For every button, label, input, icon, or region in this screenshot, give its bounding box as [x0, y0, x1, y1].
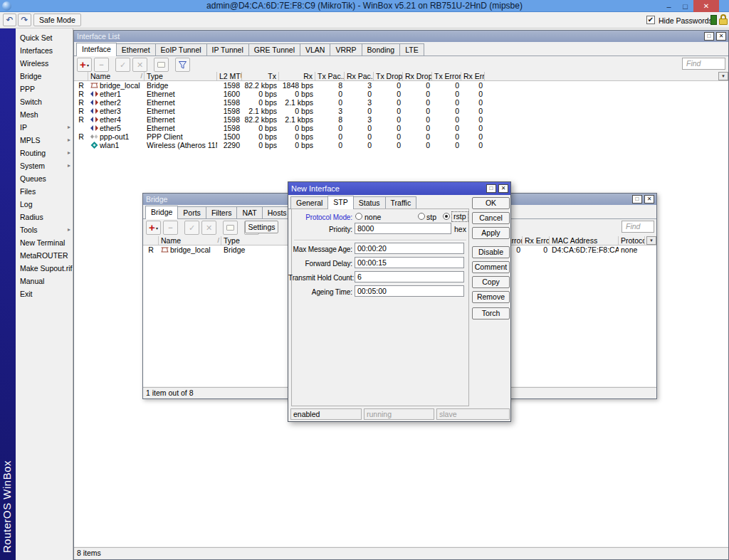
- hide-passwords-checkbox[interactable]: ✔: [646, 16, 655, 24]
- column-header-type[interactable]: Type: [145, 72, 217, 80]
- column-header-rx[interactable]: Rx: [279, 72, 315, 80]
- column-header-rx-pac[interactable]: Rx Pac...: [345, 72, 374, 80]
- interface-list-tab-interface[interactable]: Interface: [76, 43, 117, 56]
- interface-row-bridge-local[interactable]: Rbridge_localBridge159882.2 kbps1848 bps…: [74, 81, 728, 90]
- bridge-tab-filters[interactable]: Filters: [206, 206, 238, 218]
- interface-list-tab-eoip-tunnel[interactable]: EoIP Tunnel: [155, 43, 207, 56]
- sidebar-item-new-terminal[interactable]: New Terminal: [16, 236, 73, 249]
- bridge-restore-button[interactable]: □: [632, 195, 642, 204]
- interface-row-wlan1[interactable]: wlan1Wireless (Atheros 11N)22900 bps0 bp…: [74, 141, 728, 149]
- column-header-rx-errors[interactable]: Rx Errors: [523, 236, 550, 245]
- column-header-protoco[interactable]: Protoco...: [619, 236, 645, 245]
- dialog-restore-button[interactable]: □: [486, 184, 496, 193]
- redo-button[interactable]: ↷: [18, 14, 31, 26]
- column-header-tx-pac[interactable]: Tx Pac...: [315, 72, 345, 80]
- interface-list-find-input[interactable]: Find: [682, 58, 725, 70]
- interface-list-titlebar[interactable]: Interface List □ ✕: [74, 31, 728, 42]
- interface-row-ppp-out1[interactable]: Rppp-out1PPP Client15000 bps0 bps000000: [74, 132, 728, 141]
- interface-list-tab-lte[interactable]: LTE: [399, 43, 424, 56]
- interface-list-close-button[interactable]: ✕: [716, 32, 726, 41]
- interface-list-tab-ip-tunnel[interactable]: IP Tunnel: [206, 43, 249, 56]
- column-header-name[interactable]: Name/: [88, 72, 145, 80]
- new-interface-tab-status[interactable]: Status: [353, 196, 386, 208]
- bridge-add-button[interactable]: +▾: [146, 221, 161, 235]
- bridge-settings-button[interactable]: Settings: [245, 221, 278, 233]
- cancel-button[interactable]: Cancel: [472, 212, 510, 224]
- sidebar-item-make-supout-rif[interactable]: Make Supout.rif: [16, 262, 73, 275]
- sidebar-item-ip[interactable]: IP▸: [16, 121, 73, 134]
- interface-list-tab-bonding[interactable]: Bonding: [362, 43, 401, 56]
- interface-list-disable-button[interactable]: ✕: [132, 58, 147, 72]
- sidebar-item-wireless[interactable]: Wireless: [16, 57, 73, 70]
- disable-button[interactable]: Disable: [472, 246, 510, 258]
- interface-list-comment-button[interactable]: [154, 58, 169, 72]
- column-header-tx-drops[interactable]: Tx Drops: [374, 72, 403, 80]
- ageing-time-input[interactable]: 00:05:00: [355, 285, 464, 297]
- interface-row-ether3[interactable]: Rether3Ethernet15982.1 kbps0 bps300000: [74, 107, 728, 115]
- bridge-tab-nat[interactable]: NAT: [236, 206, 262, 218]
- bridge-tab-bridge[interactable]: Bridge: [145, 206, 178, 219]
- bridge-comment-button[interactable]: [223, 221, 238, 235]
- bridge-close-button[interactable]: ✕: [644, 195, 654, 204]
- sidebar-item-log[interactable]: Log: [16, 198, 73, 211]
- column-header-tx[interactable]: Tx: [242, 72, 279, 80]
- sidebar-item-interfaces[interactable]: Interfaces: [16, 44, 73, 57]
- torch-button[interactable]: Torch: [472, 307, 510, 319]
- transmit-hold-count-input[interactable]: 6: [355, 271, 464, 282]
- sidebar-item-files[interactable]: Files: [16, 185, 73, 198]
- priority-input[interactable]: 8000: [355, 223, 451, 234]
- protocol-stp-label[interactable]: stp: [426, 213, 436, 222]
- max-message-age-input[interactable]: 00:00:20: [355, 243, 464, 254]
- new-interface-tab-stp[interactable]: STP: [327, 196, 353, 209]
- interface-row-ether1[interactable]: Rether1Ethernet16000 bps0 bps000000: [74, 90, 728, 98]
- interface-list-add-button[interactable]: +▾: [77, 58, 92, 72]
- new-interface-titlebar[interactable]: New Interface □ ✕: [288, 182, 510, 195]
- column-header-rx-errors[interactable]: Rx Errors: [461, 72, 485, 80]
- interface-row-ether2[interactable]: Rether2Ethernet15980 bps2.1 kbps030000: [74, 98, 728, 107]
- column-header-name[interactable]: Name/: [159, 236, 221, 245]
- minimize-button[interactable]: –: [661, 0, 677, 12]
- sidebar-item-exit[interactable]: Exit: [16, 287, 73, 300]
- interface-row-ether4[interactable]: Rether4Ethernet159882.2 kbps2.1 kbps8300…: [74, 115, 728, 124]
- protocol-rstp-radio[interactable]: [443, 213, 450, 220]
- interface-list-tab-ethernet[interactable]: Ethernet: [116, 43, 156, 56]
- bridge-enable-button[interactable]: ✓: [184, 221, 199, 235]
- sidebar-item-routing[interactable]: Routing▸: [16, 147, 73, 159]
- column-header-type[interactable]: Type: [221, 236, 293, 245]
- interface-columns-dropdown[interactable]: ▼: [718, 72, 728, 80]
- column-header-flag[interactable]: [74, 72, 88, 80]
- protocol-stp-radio[interactable]: [418, 213, 425, 220]
- sidebar-item-manual[interactable]: Manual: [16, 275, 73, 287]
- interface-list-filter-button[interactable]: [175, 58, 190, 72]
- protocol-rstp-label[interactable]: rstp: [451, 211, 468, 222]
- main-titlebar[interactable]: admin@D4:CA:6D:7E:F8:C9 (MikroTik) - Win…: [0, 0, 729, 12]
- comment-button[interactable]: Comment: [472, 261, 510, 273]
- sidebar-item-system[interactable]: System▸: [16, 159, 73, 172]
- protocol-none-radio[interactable]: [355, 213, 362, 220]
- column-header-flag[interactable]: [143, 236, 159, 245]
- sidebar-item-mpls[interactable]: MPLS▸: [16, 134, 73, 147]
- interface-list-enable-button[interactable]: ✓: [115, 58, 130, 72]
- restore-button[interactable]: □: [677, 0, 693, 12]
- sidebar-item-radius[interactable]: Radius: [16, 211, 73, 223]
- interface-list-remove-button[interactable]: −: [94, 58, 109, 72]
- remove-button[interactable]: Remove: [472, 291, 510, 303]
- bridge-disable-button[interactable]: ✕: [201, 221, 216, 235]
- sidebar-item-metarouter[interactable]: MetaROUTER: [16, 249, 73, 262]
- column-header-mac-address[interactable]: MAC Address: [550, 236, 619, 245]
- ok-button[interactable]: OK: [472, 197, 510, 209]
- bridge-find-input[interactable]: Find: [622, 221, 654, 233]
- sidebar-item-bridge[interactable]: Bridge: [16, 70, 73, 83]
- forward-delay-input[interactable]: 00:00:15: [355, 257, 464, 268]
- column-header-tx-errors[interactable]: Tx Errors: [432, 72, 461, 80]
- sidebar-item-mesh[interactable]: Mesh: [16, 108, 73, 121]
- apply-button[interactable]: Apply: [472, 227, 510, 239]
- bridge-columns-dropdown[interactable]: ▼: [646, 236, 656, 245]
- sidebar-item-quick-set[interactable]: Quick Set: [16, 31, 73, 44]
- sidebar-item-ppp[interactable]: PPP: [16, 83, 73, 95]
- interface-list-tab-vrrp[interactable]: VRRP: [330, 43, 362, 56]
- safe-mode-button[interactable]: Safe Mode: [33, 14, 81, 26]
- sidebar-item-queues[interactable]: Queues: [16, 172, 73, 185]
- new-interface-tab-general[interactable]: General: [290, 196, 328, 208]
- bridge-remove-button[interactable]: −: [163, 221, 178, 235]
